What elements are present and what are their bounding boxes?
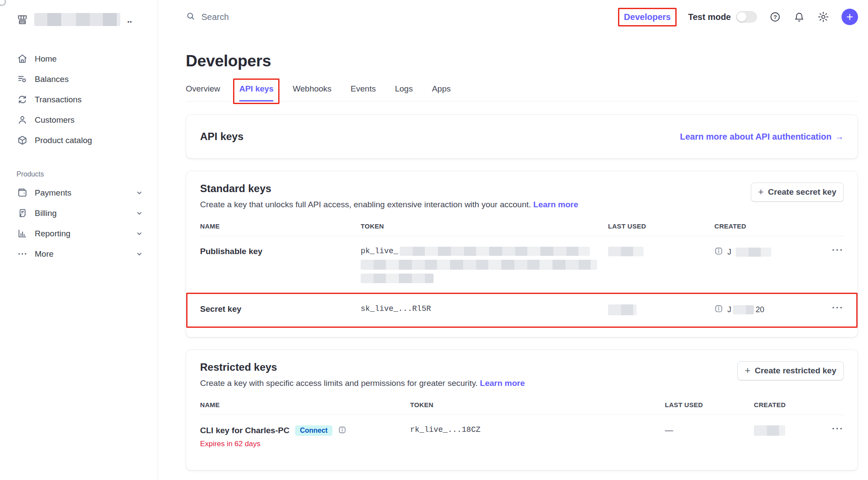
- standard-keys-description: Create a key that unlocks full API acces…: [200, 200, 578, 209]
- page-title: Developers: [186, 52, 858, 70]
- tab-events[interactable]: Events: [351, 84, 376, 101]
- payments-icon: [16, 187, 28, 198]
- col-header-created: CREATED: [714, 222, 801, 230]
- last-used-value: —: [665, 425, 754, 435]
- create-restricted-key-label: Create restricted key: [755, 366, 836, 376]
- overflow-menu-icon[interactable]: ···: [832, 245, 844, 255]
- create-secret-key-button[interactable]: + Create secret key: [751, 183, 844, 202]
- account-switcher[interactable]: ..: [16, 13, 158, 26]
- api-keys-card: API keys Learn more about API authentica…: [186, 114, 858, 159]
- created-redaction-bar: [754, 425, 785, 436]
- tabs: Overview API keys Webhooks Events Logs A…: [186, 84, 858, 101]
- create-restricted-key-button[interactable]: + Create restricted key: [737, 361, 844, 380]
- tab-webhooks[interactable]: Webhooks: [293, 84, 331, 101]
- info-icon[interactable]: [714, 247, 723, 257]
- chevron-down-icon: [136, 251, 143, 258]
- developers-link[interactable]: Developers: [624, 12, 671, 22]
- key-name-cell: CLI key for Charles-PC Connect Expires i…: [200, 425, 410, 448]
- help-icon[interactable]: ?: [769, 11, 781, 23]
- last-used-redaction-bar: [608, 304, 637, 315]
- row-actions: ···: [832, 304, 844, 312]
- info-icon[interactable]: [338, 426, 346, 436]
- tab-overview[interactable]: Overview: [186, 84, 220, 101]
- sidebar-item-payments[interactable]: Payments: [16, 183, 158, 203]
- tab-api-keys[interactable]: API keys: [239, 84, 273, 101]
- created-redaction-bar: [733, 305, 754, 314]
- sidebar-item-more[interactable]: More: [16, 244, 158, 264]
- account-name-suffix: ..: [127, 15, 132, 25]
- sidebar-item-reporting[interactable]: Reporting: [16, 223, 158, 244]
- col-header-name: NAME: [200, 222, 361, 230]
- more-ellipsis-icon: [16, 248, 28, 259]
- sidebar-item-label: Billing: [35, 209, 57, 218]
- plus-icon: +: [745, 367, 750, 375]
- gear-icon[interactable]: [817, 11, 829, 23]
- key-token[interactable]: sk_live_...Rl5R: [361, 304, 608, 313]
- restricted-keys-header: Restricted keys Create a key with specif…: [200, 361, 844, 388]
- tab-logs[interactable]: Logs: [395, 84, 413, 101]
- created-prefix: J: [727, 305, 731, 314]
- standard-learn-more-link[interactable]: Learn more: [533, 200, 578, 209]
- bell-icon[interactable]: [793, 11, 805, 23]
- standard-keys-description-text: Create a key that unlocks full API acces…: [200, 200, 531, 209]
- standard-keys-title: Standard keys: [200, 183, 578, 195]
- key-token[interactable]: rk_live_...18CZ: [410, 425, 665, 434]
- overflow-menu-icon[interactable]: ···: [832, 423, 844, 433]
- restricted-keys-table: NAME TOKEN LAST USED CREATED CLI key for…: [200, 401, 844, 459]
- connect-badge: Connect: [295, 425, 332, 436]
- customers-icon: [16, 114, 28, 125]
- storefront-icon: [16, 14, 28, 26]
- last-used-redacted: [608, 304, 714, 315]
- sidebar-item-transactions[interactable]: Transactions: [16, 89, 158, 110]
- sidebar-item-billing[interactable]: Billing: [16, 203, 158, 223]
- learn-api-auth-label: Learn more about API authentication: [680, 132, 832, 142]
- table-header-row: NAME TOKEN LAST USED CREATED: [200, 222, 844, 236]
- sidebar-item-product-catalog[interactable]: Product catalog: [16, 130, 158, 150]
- key-expiry-warning: Expires in 62 days: [200, 440, 410, 448]
- sidebar-item-customers[interactable]: Customers: [16, 110, 158, 130]
- sidebar-item-balances[interactable]: Balances: [16, 69, 158, 89]
- add-avatar-button[interactable]: +: [842, 9, 858, 25]
- created-suffix: 20: [756, 305, 764, 314]
- sidebar-item-label: Home: [35, 54, 57, 64]
- col-header-token: TOKEN: [410, 401, 665, 408]
- topbar-right: Developers Test mode ?: [619, 9, 858, 26]
- plus-icon: +: [758, 188, 764, 196]
- last-used-redacted: [608, 247, 714, 256]
- sidebar-item-home[interactable]: Home: [16, 49, 158, 69]
- reporting-icon: [16, 228, 28, 239]
- transactions-icon: [16, 94, 28, 105]
- sidebar-section-products: Products: [16, 170, 158, 178]
- token-redaction-bar: [400, 247, 590, 256]
- test-mode-toggle[interactable]: [736, 11, 757, 23]
- plus-icon: +: [846, 10, 853, 24]
- token-redaction-bar: [361, 260, 597, 270]
- search-bar[interactable]: Search: [186, 11, 229, 23]
- product-catalog-icon: [16, 135, 28, 146]
- col-header-last-used: LAST USED: [665, 401, 754, 408]
- key-name: Secret key: [200, 304, 361, 314]
- test-mode-control: Test mode: [688, 11, 757, 23]
- search-icon: [186, 11, 195, 23]
- info-icon[interactable]: [714, 304, 723, 315]
- standard-keys-card: Standard keys Create a key that unlocks …: [186, 171, 858, 337]
- home-icon: [16, 53, 28, 64]
- restricted-learn-more-link[interactable]: Learn more: [480, 379, 525, 388]
- active-tab-underline: [239, 100, 273, 101]
- main-content: Search Developers Test mode ?: [158, 0, 868, 480]
- sidebar-item-label: More: [35, 249, 53, 259]
- col-header-last-used: LAST USED: [608, 222, 714, 230]
- overflow-menu-icon[interactable]: ···: [832, 302, 844, 312]
- svg-text:?: ?: [773, 14, 777, 20]
- toggle-knob: [737, 12, 746, 22]
- col-header-created: CREATED: [754, 401, 832, 408]
- tab-apps[interactable]: Apps: [432, 84, 450, 101]
- created-redaction-bar: [736, 248, 771, 257]
- sidebar-item-label: Balances: [35, 75, 69, 84]
- standard-keys-table: NAME TOKEN LAST USED CREATED Publishable…: [200, 222, 844, 326]
- key-token-redacted[interactable]: pk_live_: [361, 247, 608, 283]
- sidebar-item-label: Payments: [35, 188, 71, 198]
- restricted-keys-description-text: Create a key with specific access limits…: [200, 379, 478, 388]
- chevron-down-icon: [136, 230, 143, 237]
- learn-api-auth-link[interactable]: Learn more about API authentication →: [680, 132, 844, 142]
